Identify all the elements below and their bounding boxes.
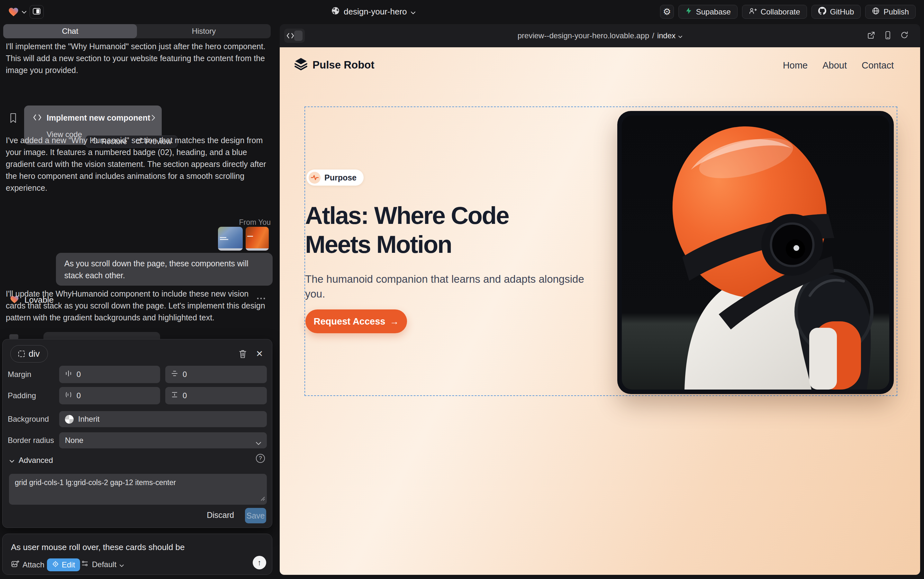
classes-textarea[interactable]: grid grid-cols-1 lg:grid-cols-2 gap-12 i… bbox=[9, 474, 267, 505]
github-button[interactable]: GitHub bbox=[811, 5, 861, 19]
selected-element-pill[interactable]: div bbox=[10, 345, 48, 363]
supabase-button[interactable]: Supabase bbox=[678, 5, 738, 19]
margin-y-value: 0 bbox=[183, 370, 187, 379]
padding-x-input[interactable]: 0 bbox=[59, 387, 160, 404]
user-message-bubble: As you scroll down the page, these compo… bbox=[56, 253, 273, 286]
preview-page: index bbox=[657, 31, 676, 40]
edit-mode-button[interactable]: Edit bbox=[47, 558, 80, 571]
preview-window: preview--design-your-hero.lovable.app / … bbox=[280, 24, 920, 575]
margin-y-icon bbox=[171, 370, 178, 379]
advanced-section-toggle[interactable]: Advanced bbox=[10, 456, 53, 465]
close-icon[interactable] bbox=[254, 348, 265, 359]
tab-chat[interactable]: Chat bbox=[3, 24, 137, 38]
open-external-icon[interactable] bbox=[867, 31, 875, 41]
attachment-thumbnail-blue[interactable] bbox=[218, 227, 243, 250]
padding-x-icon bbox=[65, 391, 72, 400]
border-radius-value: None bbox=[65, 436, 83, 445]
hero-title-line1: Atlas: Where Code bbox=[305, 201, 509, 230]
assistant-message-2: I've added a new "Why Humanoid" section … bbox=[6, 134, 268, 194]
margin-x-value: 0 bbox=[77, 370, 81, 379]
bookmark-icon[interactable] bbox=[9, 113, 17, 124]
purpose-badge: Purpose bbox=[306, 170, 364, 186]
lovable-menu[interactable] bbox=[8, 7, 26, 18]
element-tag: div bbox=[29, 349, 40, 359]
padding-label: Padding bbox=[8, 387, 57, 404]
supabase-bolt-icon bbox=[685, 7, 692, 17]
chevron-right-icon bbox=[152, 114, 155, 122]
chat-composer[interactable]: As user mouse roll over, these cards sho… bbox=[2, 534, 272, 575]
request-access-button[interactable]: Request Access bbox=[305, 309, 407, 333]
site-brand[interactable]: Pulse Robot bbox=[294, 57, 375, 73]
delete-element-button[interactable] bbox=[237, 348, 248, 359]
assistant-message-3: I'll update the WhyHumanoid component to… bbox=[6, 288, 268, 324]
background-label: Background bbox=[8, 411, 57, 427]
collaborate-button[interactable]: Collaborate bbox=[742, 5, 807, 19]
github-icon bbox=[818, 7, 826, 17]
nav-home[interactable]: Home bbox=[783, 60, 808, 71]
edit-label: Edit bbox=[62, 560, 75, 569]
project-name: design-your-hero bbox=[344, 7, 407, 17]
margin-y-input[interactable]: 0 bbox=[165, 366, 267, 383]
hero-robot-card bbox=[617, 111, 894, 394]
preview-actions bbox=[867, 24, 909, 47]
attachment-thumbnail-orange[interactable] bbox=[246, 227, 269, 250]
help-icon[interactable] bbox=[256, 454, 265, 463]
nav-about[interactable]: About bbox=[823, 60, 847, 71]
layers-logo-icon bbox=[294, 57, 308, 73]
url-separator: / bbox=[652, 31, 654, 40]
robot-image bbox=[622, 116, 889, 389]
hero-description: The humanoid companion that learns and a… bbox=[305, 272, 588, 301]
resize-handle[interactable] bbox=[260, 494, 265, 503]
refresh-icon[interactable] bbox=[900, 31, 909, 41]
advanced-label: Advanced bbox=[19, 456, 53, 465]
mobile-view-icon[interactable] bbox=[884, 31, 892, 41]
composer-input[interactable]: As user mouse roll over, these cards sho… bbox=[11, 542, 262, 552]
discard-button[interactable]: Discard bbox=[207, 510, 234, 520]
component-card-title: Implement new component bbox=[47, 113, 150, 123]
attach-button[interactable]: Attach bbox=[11, 560, 44, 570]
site-nav: Home About Contact bbox=[783, 60, 894, 71]
mode-selector[interactable]: Default bbox=[81, 560, 124, 569]
project-switcher[interactable]: design-your-hero bbox=[331, 0, 415, 23]
add-user-icon bbox=[749, 7, 757, 17]
chevron-down-icon bbox=[678, 31, 682, 40]
chevron-down-icon bbox=[119, 560, 124, 569]
background-input[interactable]: Inherit bbox=[59, 411, 267, 427]
lovable-heart-icon bbox=[8, 7, 19, 18]
preview-url-bar[interactable]: preview--design-your-hero.lovable.app / … bbox=[280, 24, 920, 47]
pulse-icon bbox=[309, 172, 320, 184]
panel-layout-icon bbox=[33, 8, 41, 16]
sidebar-tabs: Chat History bbox=[3, 24, 271, 38]
collaborate-label: Collaborate bbox=[761, 7, 800, 16]
sidebar-toggle-button[interactable] bbox=[29, 5, 44, 19]
publish-button[interactable]: Publish bbox=[865, 5, 916, 19]
target-icon bbox=[52, 560, 59, 569]
hero-title: Atlas: Where Code Meets Motion bbox=[305, 201, 509, 259]
padding-y-icon bbox=[171, 391, 178, 400]
margin-x-icon bbox=[65, 370, 72, 379]
padding-x-value: 0 bbox=[77, 391, 81, 400]
chat-sidebar: Chat History I'll implement the "Why Hum… bbox=[0, 23, 274, 579]
tab-history[interactable]: History bbox=[137, 24, 271, 38]
transparency-swatch-icon bbox=[65, 415, 73, 424]
dashed-selection-icon bbox=[18, 351, 25, 357]
sliders-icon bbox=[81, 560, 89, 569]
margin-x-input[interactable]: 0 bbox=[59, 366, 160, 383]
save-button[interactable]: Save bbox=[245, 508, 266, 523]
chevron-down-icon bbox=[256, 438, 261, 447]
arrow-right-icon bbox=[390, 316, 399, 327]
nav-contact[interactable]: Contact bbox=[862, 60, 894, 71]
border-radius-select[interactable]: None bbox=[59, 432, 267, 448]
topbar: design-your-hero Supabase Collaborate Gi… bbox=[0, 0, 924, 23]
attach-image-icon bbox=[11, 560, 19, 570]
padding-y-input[interactable]: 0 bbox=[165, 387, 267, 404]
code-icon bbox=[33, 113, 41, 123]
mode-label: Default bbox=[92, 560, 116, 569]
badge-label: Purpose bbox=[325, 173, 356, 182]
brand-name: Pulse Robot bbox=[312, 59, 375, 71]
padding-y-value: 0 bbox=[183, 391, 187, 400]
topbar-actions: Supabase Collaborate GitHub Publish bbox=[660, 5, 916, 19]
settings-button[interactable] bbox=[660, 5, 674, 19]
send-button[interactable] bbox=[253, 556, 266, 569]
chevron-down-icon bbox=[411, 7, 415, 17]
